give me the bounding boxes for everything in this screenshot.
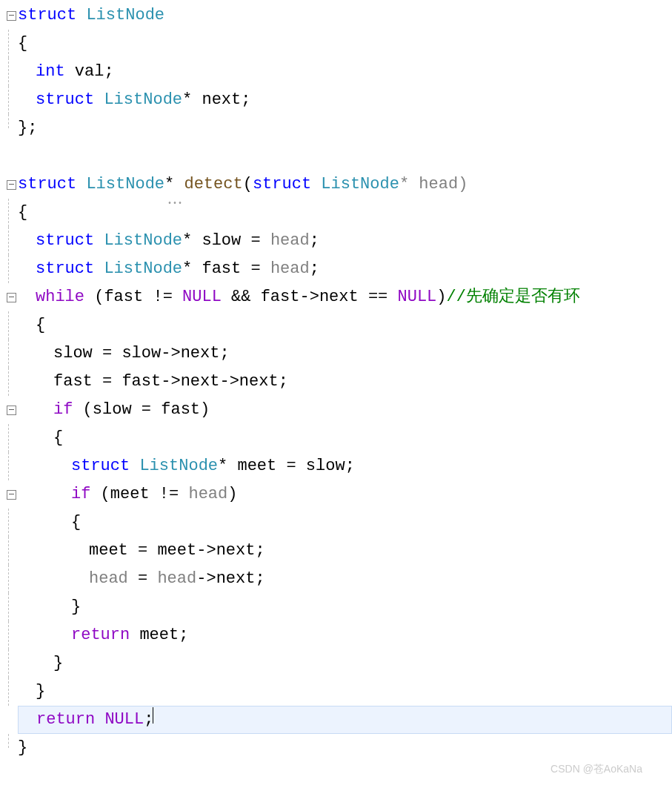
keyword: while — [36, 283, 84, 311]
code-text: = — [128, 565, 158, 593]
keyword: struct — [18, 171, 76, 199]
brace: } — [18, 734, 27, 762]
code-line[interactable]: fast = fast->next->next; — [0, 368, 672, 396]
code-line[interactable]: if (slow = fast) — [0, 396, 672, 424]
code-line[interactable]: struct ListNode* fast = head; — [0, 255, 672, 283]
code-line[interactable]: } — [0, 649, 672, 678]
type-name: ListNode — [76, 171, 164, 199]
null-literal: NULL — [104, 706, 144, 734]
parameter: head — [270, 227, 310, 255]
code-line[interactable]: struct ListNode* slow = head; — [0, 227, 672, 255]
brace: } — [36, 678, 45, 706]
type-name: ListNode — [94, 86, 182, 114]
identifier: val; — [65, 58, 114, 86]
code-line[interactable]: struct ListNode* detect(struct ListNode*… — [0, 171, 672, 199]
code-text: (meet != — [90, 480, 188, 509]
keyword: struct — [253, 171, 311, 199]
punct: ; — [310, 227, 319, 255]
function-name: detect — [184, 171, 242, 199]
code-line[interactable]: while (fast != NULL && fast->next == NUL… — [0, 283, 672, 311]
fold-toggle-icon[interactable] — [7, 293, 16, 302]
code-line[interactable]: return meet; — [0, 621, 672, 649]
keyword: struct — [18, 1, 76, 30]
code-editor[interactable]: struct ListNode { int val; struct ListNo… — [0, 0, 672, 762]
keyword: struct — [36, 255, 94, 283]
code-text: slow = slow->next; — [53, 340, 230, 368]
code-text: ->next; — [196, 565, 265, 593]
code-line[interactable]: slow = slow->next; — [0, 340, 672, 368]
identifier: * slow = — [182, 227, 270, 255]
brace: { — [53, 424, 63, 452]
fold-toggle-icon[interactable] — [7, 180, 16, 190]
code-line[interactable]: struct ListNode* next; — [0, 86, 672, 114]
keyword: int — [36, 58, 65, 86]
code-line[interactable]: } — [0, 593, 672, 621]
brace: { — [18, 199, 27, 227]
type-name: ListNode — [94, 227, 182, 255]
type-name: ListNode — [311, 171, 399, 199]
code-area[interactable]: struct ListNode { int val; struct ListNo… — [0, 1, 672, 762]
keyword: if — [53, 396, 73, 424]
code-text: * meet = slow; — [218, 452, 355, 480]
fold-toggle-icon[interactable] — [7, 11, 16, 21]
parameter: head — [188, 480, 227, 509]
keyword: struct — [71, 452, 130, 480]
code-line[interactable]: { — [0, 311, 672, 340]
code-line-active[interactable]: return NULL; — [18, 706, 672, 734]
code-line[interactable]: { — [0, 199, 672, 227]
space — [95, 706, 104, 734]
code-text: ) — [436, 283, 446, 311]
code-line[interactable]: { — [0, 30, 672, 58]
code-text: meet; — [130, 621, 188, 649]
code-line[interactable]: } — [0, 678, 672, 706]
parameter: * head) — [399, 171, 468, 199]
brace: } — [71, 593, 81, 621]
keyword: return — [36, 706, 95, 734]
null-literal: NULL — [398, 283, 437, 311]
keyword: struct — [36, 86, 94, 114]
code-line[interactable]: if (meet != head) — [0, 480, 672, 509]
null-literal: NULL — [182, 283, 222, 311]
brace: { — [71, 509, 81, 537]
code-line[interactable]: { — [0, 424, 672, 452]
code-line[interactable] — [0, 142, 672, 171]
keyword: struct — [36, 227, 94, 255]
brace: } — [53, 649, 63, 678]
code-text: fast = fast->next->next; — [53, 368, 288, 396]
code-line[interactable]: struct ListNode — [0, 1, 672, 30]
fold-toggle-icon[interactable] — [7, 406, 16, 415]
parameter: head — [89, 565, 128, 593]
code-line[interactable]: meet = meet->next; — [0, 537, 672, 565]
brace: { — [18, 30, 27, 58]
keyword: return — [71, 621, 130, 649]
comment: //先确定是否有环 — [447, 283, 580, 311]
parameter: head — [270, 255, 310, 283]
type-name: ListNode — [130, 452, 218, 480]
watermark: CSDN @苍AoKaNa — [550, 763, 642, 776]
code-text: ) — [227, 480, 237, 509]
keyword: if — [71, 480, 90, 509]
text-cursor — [153, 707, 153, 724]
code-text: meet = meet->next; — [89, 537, 265, 565]
code-text: (fast != — [84, 283, 182, 311]
code-line[interactable]: struct ListNode* meet = slow; — [0, 452, 672, 480]
type-name: ListNode — [76, 1, 164, 30]
punct: ( — [243, 171, 253, 199]
code-text: && fast->next == — [222, 283, 398, 311]
code-line[interactable]: }; — [0, 114, 672, 142]
code-line[interactable]: } — [0, 734, 672, 762]
brace: }; — [18, 114, 37, 142]
identifier: * next; — [182, 86, 250, 114]
ellipsis-icon: ••• — [167, 190, 183, 218]
code-line[interactable]: { — [0, 509, 672, 537]
parameter: head — [157, 565, 196, 593]
code-line[interactable]: int val; — [0, 58, 672, 86]
code-text: (slow = fast) — [73, 396, 210, 424]
fold-toggle-icon[interactable] — [7, 490, 16, 500]
type-name: ListNode — [94, 255, 182, 283]
brace: { — [36, 311, 45, 340]
code-line[interactable]: head = head->next; — [0, 565, 672, 593]
identifier: * fast = — [182, 255, 270, 283]
punct: ; — [310, 255, 319, 283]
